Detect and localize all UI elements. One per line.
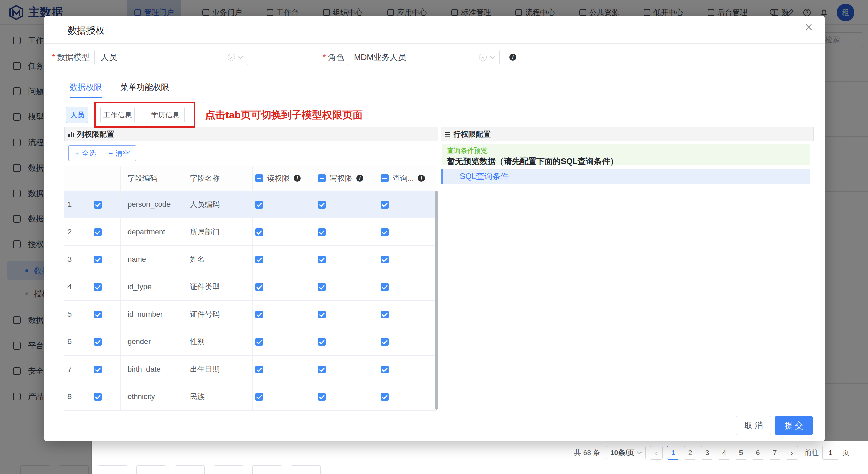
sql-condition-link[interactable]: SQL查询条件: [460, 171, 509, 182]
page-button-5[interactable]: 5: [735, 446, 747, 460]
table-row[interactable]: 8ethnicity民族: [64, 383, 436, 411]
query-select-all-checkbox[interactable]: [381, 174, 389, 182]
selection-toolbar: +全选 −清空: [68, 145, 136, 161]
screen: 主数据 管理门户业务门户工作台组织中心应用中心标准管理流程中心公共资源低开中心后…: [0, 0, 868, 474]
close-icon[interactable]: ×: [805, 20, 813, 34]
field-code: gender: [121, 328, 183, 355]
write-select-all-checkbox[interactable]: [318, 174, 326, 182]
query-info-icon[interactable]: i: [418, 175, 425, 182]
write-permission-checkbox[interactable]: [318, 393, 326, 401]
read-permission-checkbox[interactable]: [255, 228, 263, 236]
field-name: 出生日期: [183, 356, 253, 383]
read-permission-checkbox[interactable]: [255, 366, 263, 373]
write-info-icon[interactable]: i: [356, 175, 363, 182]
field-name: 人员编码: [183, 191, 253, 218]
read-permission-checkbox[interactable]: [255, 311, 263, 318]
total-count: 共 68 条: [574, 448, 600, 457]
query-permission-checkbox[interactable]: [381, 256, 389, 263]
table-row[interactable]: 6gender性别: [64, 328, 436, 356]
query-permission-checkbox[interactable]: [381, 311, 389, 318]
table-row[interactable]: 2department所属部门: [64, 218, 436, 246]
data-model-label: *数据模型: [52, 49, 90, 65]
read-permission-checkbox[interactable]: [255, 393, 263, 401]
field-permission-table: 字段编码 字段名称 读权限 i 写权限 i: [64, 166, 436, 411]
field-name: 性别: [183, 328, 253, 355]
header-query-permission: 查询... i: [378, 166, 436, 191]
header-field-code: 字段编码: [121, 166, 183, 191]
table-row[interactable]: 5id_number证件号码: [64, 301, 436, 328]
page-button-3[interactable]: 3: [701, 446, 713, 460]
table-row[interactable]: 4id_type证件类型: [64, 273, 436, 301]
table-row[interactable]: 7birth_date出生日期: [64, 356, 436, 383]
clear-all-button[interactable]: −清空: [102, 145, 136, 161]
query-permission-checkbox[interactable]: [381, 283, 389, 291]
page-button-1[interactable]: 1: [667, 446, 679, 460]
table-row[interactable]: 3name姓名: [64, 246, 436, 273]
read-permission-checkbox[interactable]: [255, 283, 263, 291]
row-checkbox[interactable]: [94, 338, 102, 346]
row-panel-header: 行权限配置: [441, 127, 814, 141]
query-permission-checkbox[interactable]: [381, 393, 389, 401]
page-button-7[interactable]: 7: [769, 446, 781, 460]
page-button-2[interactable]: 2: [684, 446, 696, 460]
submit-button[interactable]: 提 交: [775, 416, 813, 435]
role-info-icon[interactable]: i: [509, 54, 516, 61]
field-name: 民族: [183, 383, 253, 410]
query-permission-checkbox[interactable]: [381, 366, 389, 373]
query-permission-checkbox[interactable]: [381, 228, 389, 236]
tab-data-permission[interactable]: 数据权限: [70, 82, 102, 98]
query-permission-checkbox[interactable]: [381, 338, 389, 346]
write-permission-checkbox[interactable]: [318, 256, 326, 263]
row-checkbox[interactable]: [94, 393, 102, 401]
write-permission-checkbox[interactable]: [318, 228, 326, 236]
field-code: person_code: [121, 191, 183, 218]
write-permission-checkbox[interactable]: [318, 338, 326, 346]
row-index: 6: [64, 328, 75, 355]
field-code: name: [121, 246, 183, 273]
row-index: 7: [64, 356, 75, 383]
page-size-select[interactable]: 10条/页: [606, 446, 646, 459]
read-permission-checkbox[interactable]: [255, 256, 263, 263]
column-permission-panel: 列权限配置 +全选 −清空 字段编码 字段名称 读权限: [64, 127, 438, 411]
cancel-button[interactable]: 取 消: [736, 416, 771, 435]
write-permission-checkbox[interactable]: [318, 366, 326, 373]
column-panel-title: 列权限配置: [77, 129, 114, 139]
row-checkbox[interactable]: [94, 256, 102, 263]
field-code: ethnicity: [121, 383, 183, 410]
role-select[interactable]: MDM业务人员 ×: [348, 50, 500, 65]
table-row[interactable]: 1person_code人员编码: [64, 191, 436, 218]
row-checkbox[interactable]: [94, 201, 102, 209]
write-permission-checkbox[interactable]: [318, 201, 326, 209]
write-permission-checkbox[interactable]: [318, 283, 326, 291]
table-scrollbar[interactable]: [435, 191, 438, 410]
goto-page-input[interactable]: 1: [822, 446, 839, 460]
prev-page-button[interactable]: ‹: [650, 446, 663, 460]
select-all-button[interactable]: +全选: [68, 145, 102, 161]
page-button-6[interactable]: 6: [752, 446, 764, 460]
read-permission-checkbox[interactable]: [255, 201, 263, 209]
field-code: id_type: [121, 273, 183, 300]
data-model-select[interactable]: 人员 ×: [94, 50, 248, 65]
row-checkbox[interactable]: [94, 366, 102, 373]
row-index: 2: [64, 218, 75, 245]
read-select-all-checkbox[interactable]: [255, 174, 263, 182]
clear-icon[interactable]: ×: [479, 54, 487, 61]
page-button-4[interactable]: 4: [718, 446, 730, 460]
query-permission-checkbox[interactable]: [381, 201, 389, 209]
next-page-button[interactable]: ›: [786, 446, 798, 460]
permission-panels: 列权限配置 +全选 −清空 字段编码 字段名称 读权限: [64, 127, 814, 411]
write-permission-checkbox[interactable]: [318, 311, 326, 318]
chevron-down-icon: [238, 54, 243, 59]
read-permission-checkbox[interactable]: [255, 338, 263, 346]
row-index: 4: [64, 273, 75, 300]
table-header-row: 字段编码 字段名称 读权限 i 写权限 i: [64, 166, 436, 191]
tab-menu-permission[interactable]: 菜单功能权限: [120, 82, 169, 98]
subtab-person[interactable]: 人员: [66, 107, 88, 123]
columns-icon: [68, 131, 74, 137]
row-checkbox[interactable]: [94, 283, 102, 291]
row-checkbox[interactable]: [94, 228, 102, 236]
row-checkbox[interactable]: [94, 311, 102, 318]
dialog-footer: 取 消 提 交: [44, 412, 825, 441]
read-info-icon[interactable]: i: [294, 175, 301, 182]
clear-icon[interactable]: ×: [228, 54, 235, 61]
